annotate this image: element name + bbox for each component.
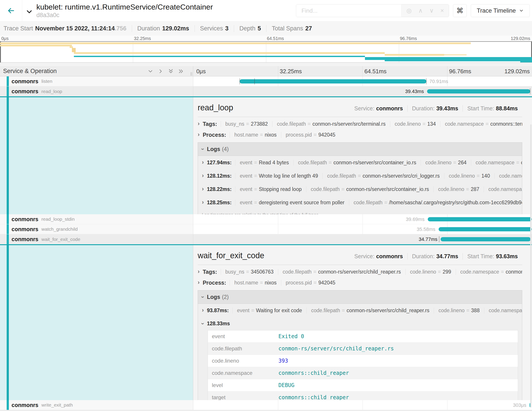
chevron-down-icon: › xyxy=(200,323,206,325)
view-selector-button[interactable]: Trace Timeline xyxy=(471,4,530,17)
span-operation: watch_grandchild xyxy=(41,226,78,232)
detail-service: Service:conmonrs xyxy=(350,253,407,260)
span-table-header: Service & Operation 0μs 32.25ms 64.51ms … xyxy=(0,66,532,76)
clear-icon[interactable]: × xyxy=(440,8,444,14)
span-row-read-loop[interactable]: conmonrs read_loop 39.43ms xyxy=(0,86,532,97)
target-icon[interactable]: ◎ xyxy=(407,8,412,14)
span-timeline-cell[interactable]: 34.77ms xyxy=(193,234,532,244)
span-row-read-loop-stdin[interactable]: conmonrs read_loop_stdin 39.69ms xyxy=(0,214,532,224)
span-duration-bar[interactable] xyxy=(441,237,531,241)
span-duration-bar[interactable] xyxy=(428,217,532,221)
minimap-axis: 0μs 32.25ms 64.51ms 96.76ms 129.02ms xyxy=(0,36,532,41)
service-operation-header: Service & Operation xyxy=(3,68,57,75)
span-timeline-cell[interactable]: 35.58ms xyxy=(193,224,532,234)
span-duration-label: 70.91ms xyxy=(429,76,448,86)
span-name-cell[interactable]: conmonrs listen xyxy=(0,76,193,86)
log-entry[interactable]: › 93.87ms: event=Waiting for exit code c… xyxy=(198,304,522,317)
detail-left-gutter xyxy=(0,245,193,400)
minimap-span-bar xyxy=(365,57,532,60)
process-row[interactable]: › Process: host.name=nixos process.pid=9… xyxy=(198,279,522,286)
detail-service: Service:conmonrs xyxy=(350,105,407,112)
span-name-cell[interactable]: conmonrs write_exit_path xyxy=(0,400,193,410)
span-operation: wait_for_exit_code xyxy=(41,237,80,242)
chevron-right-icon: › xyxy=(198,131,200,138)
span-duration-bar[interactable] xyxy=(439,227,532,231)
service-color-bar xyxy=(7,245,9,400)
tags-row[interactable]: › Tags: busy_ns=34506763 code.filepath=c… xyxy=(198,268,522,275)
span-detail-wait-for-exit-code: wait_for_exit_code Service:conmonrs Dura… xyxy=(0,245,532,400)
bottom-strip xyxy=(0,410,532,411)
span-timeline-cell[interactable]: 39.69ms xyxy=(193,214,532,224)
collapse-all-icon[interactable] xyxy=(168,68,174,74)
detail-duration: Duration:34.77ms xyxy=(407,253,463,260)
minimap-canvas[interactable] xyxy=(0,41,532,63)
service-color-bar xyxy=(7,400,9,410)
detail-left-gutter xyxy=(0,97,193,214)
span-name-cell[interactable]: conmonrs read_loop xyxy=(0,86,193,96)
span-service: conmonrs xyxy=(11,236,38,243)
chevron-down-icon: › xyxy=(200,148,206,150)
span-name-cell[interactable]: conmonrs wait_for_exit_code xyxy=(0,234,193,244)
chevron-down-icon[interactable]: ∨ xyxy=(429,8,434,14)
chevron-up-icon[interactable]: ∧ xyxy=(418,8,423,14)
page-title: kubelet: runtime.v1.RuntimeService/Creat… xyxy=(36,3,213,11)
log-entry-expanded[interactable]: › 128.33ms xyxy=(198,317,522,328)
minimap-span-bar xyxy=(443,54,467,55)
table-row: target conmonrs::child_reaper xyxy=(208,391,518,400)
detail-duration: Duration:39.43ms xyxy=(407,105,463,112)
log-tick xyxy=(530,88,531,94)
collapse-header-button[interactable] xyxy=(25,8,33,17)
log-entry[interactable]: › 127.94ms: event=Read 4 bytes code.file… xyxy=(198,156,522,169)
span-name-cell[interactable]: conmonrs read_loop_stdin xyxy=(0,214,193,224)
summary-total-spans: Total Spans 27 xyxy=(266,25,317,32)
vertical-scrollbar[interactable] xyxy=(530,124,532,407)
span-timeline-cell[interactable]: 70.91ms xyxy=(193,76,532,86)
span-timeline-cell[interactable]: 303μs xyxy=(193,400,532,410)
process-row[interactable]: › Process: host.name=nixos process.pid=9… xyxy=(198,131,522,138)
service-color-bar xyxy=(7,214,9,224)
span-row-watch-grandchild[interactable]: conmonrs watch_grandchild 35.58ms xyxy=(0,224,532,234)
minimap-span-bar xyxy=(0,45,72,46)
log-entry[interactable]: › 128.12ms: event=Wrote log line of leng… xyxy=(198,169,522,183)
tags-row[interactable]: › Tags: busy_ns=273882 code.filepath=con… xyxy=(198,121,522,127)
keyboard-shortcuts-button[interactable]: ⌘ xyxy=(453,4,467,17)
table-row: code.lineno 393 xyxy=(208,355,518,367)
span-timeline-cell[interactable]: 39.43ms xyxy=(193,86,532,96)
expand-all-icon[interactable] xyxy=(178,68,184,74)
log-tick xyxy=(439,236,439,242)
span-row-listen[interactable]: conmonrs listen 70.91ms xyxy=(0,76,532,86)
span-duration-label: 39.69ms xyxy=(406,214,425,224)
span-duration-bar[interactable] xyxy=(427,89,531,93)
span-duration-bar[interactable] xyxy=(240,79,426,83)
timeline-axis: 0μs 32.25ms 64.51ms 96.76ms 129.02ms xyxy=(193,66,532,76)
logs-header[interactable]: › Logs (4) xyxy=(198,143,522,156)
span-service: conmonrs xyxy=(11,78,38,85)
trace-id: d8a3a0c xyxy=(36,12,213,19)
collapse-one-icon[interactable] xyxy=(147,68,153,74)
span-duration-label: 35.58ms xyxy=(417,224,436,234)
find-input[interactable] xyxy=(296,4,401,17)
span-row-write-exit-path[interactable]: conmonrs write_exit_path 303μs xyxy=(0,400,532,410)
detail-start-time: Start Time:88.84ms xyxy=(463,105,522,112)
minimap-span-bar xyxy=(70,46,73,48)
summary-services: Services 3 xyxy=(195,25,234,32)
expand-one-icon[interactable] xyxy=(158,68,164,74)
back-button[interactable] xyxy=(0,0,22,21)
chevron-right-icon: › xyxy=(198,268,200,275)
span-row-wait-for-exit-code[interactable]: conmonrs wait_for_exit_code 34.77ms xyxy=(0,234,532,245)
detail-start-time: Start Time:93.63ms xyxy=(463,253,522,260)
chevron-right-icon: › xyxy=(198,279,200,286)
chevron-right-icon: › xyxy=(202,186,204,192)
chevron-right-icon: › xyxy=(202,307,204,313)
log-entry[interactable]: › 128.25ms: event=deregistering event so… xyxy=(198,196,522,209)
span-service: conmonrs xyxy=(11,402,38,408)
span-detail-read-loop: read_loop Service:conmonrs Duration:39.4… xyxy=(0,97,532,214)
column-resize-handle[interactable] xyxy=(190,72,192,76)
span-name-cell[interactable]: conmonrs watch_grandchild xyxy=(0,224,193,234)
logs-header[interactable]: › Logs (2) xyxy=(198,290,522,304)
chevron-right-icon: › xyxy=(198,121,200,127)
span-operation: write_exit_path xyxy=(41,402,73,408)
chevron-right-icon: › xyxy=(202,199,204,206)
minimap-gap xyxy=(0,63,532,66)
log-entry[interactable]: › 128.22ms: event=Stopping read loop cod… xyxy=(198,183,522,196)
